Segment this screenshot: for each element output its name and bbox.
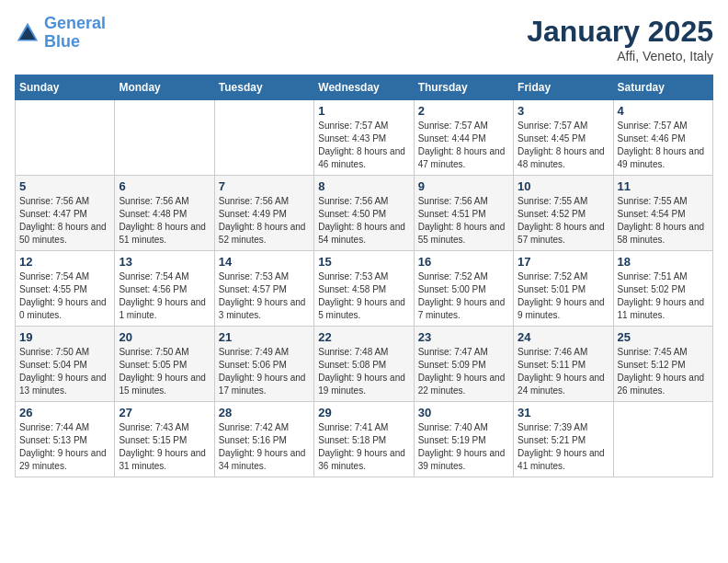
calendar-cell: 2Sunrise: 7:57 AM Sunset: 4:44 PM Daylig… (414, 100, 513, 176)
day-number: 23 (418, 330, 509, 344)
calendar-cell: 1Sunrise: 7:57 AM Sunset: 4:43 PM Daylig… (314, 100, 414, 176)
day-number: 1 (318, 104, 409, 118)
calendar-cell: 9Sunrise: 7:56 AM Sunset: 4:51 PM Daylig… (414, 176, 513, 251)
day-number: 21 (219, 330, 310, 344)
calendar-cell: 20Sunrise: 7:50 AM Sunset: 5:05 PM Dayli… (115, 327, 214, 402)
day-info: Sunrise: 7:57 AM Sunset: 4:45 PM Dayligh… (518, 120, 609, 171)
calendar-cell: 5Sunrise: 7:56 AM Sunset: 4:47 PM Daylig… (16, 176, 115, 251)
day-number: 4 (618, 104, 709, 118)
calendar-cell: 4Sunrise: 7:57 AM Sunset: 4:46 PM Daylig… (613, 100, 712, 176)
day-info: Sunrise: 7:50 AM Sunset: 5:05 PM Dayligh… (119, 346, 210, 397)
day-info: Sunrise: 7:54 AM Sunset: 4:55 PM Dayligh… (19, 270, 110, 322)
day-info: Sunrise: 7:40 AM Sunset: 5:19 PM Dayligh… (418, 421, 509, 473)
calendar-week-row: 12Sunrise: 7:54 AM Sunset: 4:55 PM Dayli… (16, 251, 713, 327)
day-info: Sunrise: 7:56 AM Sunset: 4:47 PM Dayligh… (19, 195, 110, 247)
calendar-cell: 15Sunrise: 7:53 AM Sunset: 4:58 PM Dayli… (314, 251, 414, 327)
weekday-header: Sunday (16, 75, 115, 100)
logo-text: General Blue (44, 15, 106, 52)
month-title: January 2025 (527, 15, 713, 49)
calendar-cell: 3Sunrise: 7:57 AM Sunset: 4:45 PM Daylig… (514, 100, 613, 176)
calendar-cell: 12Sunrise: 7:54 AM Sunset: 4:55 PM Dayli… (16, 251, 115, 327)
calendar-cell: 21Sunrise: 7:49 AM Sunset: 5:06 PM Dayli… (214, 327, 313, 402)
day-info: Sunrise: 7:46 AM Sunset: 5:11 PM Dayligh… (518, 346, 609, 397)
weekday-header: Thursday (414, 75, 513, 100)
calendar-cell: 18Sunrise: 7:51 AM Sunset: 5:02 PM Dayli… (613, 251, 712, 327)
day-info: Sunrise: 7:50 AM Sunset: 5:04 PM Dayligh… (19, 346, 110, 397)
day-number: 19 (19, 330, 110, 344)
day-info: Sunrise: 7:42 AM Sunset: 5:16 PM Dayligh… (219, 421, 310, 473)
calendar-cell: 28Sunrise: 7:42 AM Sunset: 5:16 PM Dayli… (214, 402, 313, 477)
calendar-cell (115, 100, 214, 176)
day-number: 27 (119, 406, 210, 419)
logo-icon (15, 20, 40, 46)
page-header: General Blue January 2025 Affi, Veneto, … (15, 15, 713, 63)
day-number: 11 (618, 179, 709, 193)
weekday-header: Friday (514, 75, 613, 100)
day-number: 12 (19, 255, 110, 269)
calendar-cell: 8Sunrise: 7:56 AM Sunset: 4:50 PM Daylig… (314, 176, 414, 251)
day-number: 25 (618, 330, 709, 344)
day-number: 5 (19, 179, 110, 193)
day-number: 29 (318, 406, 409, 419)
day-info: Sunrise: 7:53 AM Sunset: 4:58 PM Dayligh… (318, 270, 409, 322)
weekday-header: Tuesday (214, 75, 313, 100)
calendar-cell: 26Sunrise: 7:44 AM Sunset: 5:13 PM Dayli… (16, 402, 115, 477)
day-info: Sunrise: 7:45 AM Sunset: 5:12 PM Dayligh… (618, 346, 709, 397)
day-number: 2 (418, 104, 509, 118)
day-info: Sunrise: 7:52 AM Sunset: 5:01 PM Dayligh… (518, 270, 609, 322)
day-info: Sunrise: 7:56 AM Sunset: 4:48 PM Dayligh… (119, 195, 210, 247)
day-info: Sunrise: 7:53 AM Sunset: 4:57 PM Dayligh… (219, 270, 310, 322)
day-info: Sunrise: 7:43 AM Sunset: 5:15 PM Dayligh… (119, 421, 210, 473)
location-subtitle: Affi, Veneto, Italy (527, 49, 713, 63)
calendar-cell: 16Sunrise: 7:52 AM Sunset: 5:00 PM Dayli… (414, 251, 513, 327)
calendar-week-row: 5Sunrise: 7:56 AM Sunset: 4:47 PM Daylig… (16, 176, 713, 251)
day-number: 26 (19, 406, 110, 419)
calendar-cell: 10Sunrise: 7:55 AM Sunset: 4:52 PM Dayli… (514, 176, 613, 251)
day-number: 8 (318, 179, 409, 193)
day-info: Sunrise: 7:55 AM Sunset: 4:52 PM Dayligh… (518, 195, 609, 247)
day-number: 7 (219, 179, 310, 193)
day-info: Sunrise: 7:56 AM Sunset: 4:51 PM Dayligh… (418, 195, 509, 247)
calendar-week-row: 26Sunrise: 7:44 AM Sunset: 5:13 PM Dayli… (16, 402, 713, 477)
calendar-cell: 6Sunrise: 7:56 AM Sunset: 4:48 PM Daylig… (115, 176, 214, 251)
day-number: 15 (318, 255, 409, 269)
calendar-cell: 19Sunrise: 7:50 AM Sunset: 5:04 PM Dayli… (16, 327, 115, 402)
calendar-cell: 31Sunrise: 7:39 AM Sunset: 5:21 PM Dayli… (514, 402, 613, 477)
title-block: January 2025 Affi, Veneto, Italy (527, 15, 713, 63)
calendar-cell: 22Sunrise: 7:48 AM Sunset: 5:08 PM Dayli… (314, 327, 414, 402)
calendar-cell: 29Sunrise: 7:41 AM Sunset: 5:18 PM Dayli… (314, 402, 414, 477)
calendar-table: SundayMondayTuesdayWednesdayThursdayFrid… (15, 75, 713, 477)
weekday-header: Saturday (613, 75, 712, 100)
calendar-cell: 17Sunrise: 7:52 AM Sunset: 5:01 PM Dayli… (514, 251, 613, 327)
day-info: Sunrise: 7:57 AM Sunset: 4:44 PM Dayligh… (418, 120, 509, 171)
day-number: 24 (518, 330, 609, 344)
day-info: Sunrise: 7:44 AM Sunset: 5:13 PM Dayligh… (19, 421, 110, 473)
calendar-cell (16, 100, 115, 176)
day-number: 6 (119, 179, 210, 193)
calendar-cell: 7Sunrise: 7:56 AM Sunset: 4:49 PM Daylig… (214, 176, 313, 251)
calendar-cell: 14Sunrise: 7:53 AM Sunset: 4:57 PM Dayli… (214, 251, 313, 327)
day-number: 14 (219, 255, 310, 269)
day-info: Sunrise: 7:52 AM Sunset: 5:00 PM Dayligh… (418, 270, 509, 322)
day-info: Sunrise: 7:56 AM Sunset: 4:50 PM Dayligh… (318, 195, 409, 247)
calendar-cell: 30Sunrise: 7:40 AM Sunset: 5:19 PM Dayli… (414, 402, 513, 477)
calendar-cell (613, 402, 712, 477)
calendar-week-row: 19Sunrise: 7:50 AM Sunset: 5:04 PM Dayli… (16, 327, 713, 402)
day-number: 3 (518, 104, 609, 118)
day-number: 22 (318, 330, 409, 344)
weekday-header: Wednesday (314, 75, 414, 100)
calendar-cell: 24Sunrise: 7:46 AM Sunset: 5:11 PM Dayli… (514, 327, 613, 402)
day-info: Sunrise: 7:47 AM Sunset: 5:09 PM Dayligh… (418, 346, 509, 397)
day-info: Sunrise: 7:48 AM Sunset: 5:08 PM Dayligh… (318, 346, 409, 397)
logo: General Blue (15, 15, 106, 52)
calendar-week-row: 1Sunrise: 7:57 AM Sunset: 4:43 PM Daylig… (16, 100, 713, 176)
day-info: Sunrise: 7:54 AM Sunset: 4:56 PM Dayligh… (119, 270, 210, 322)
day-number: 9 (418, 179, 509, 193)
day-number: 18 (618, 255, 709, 269)
weekday-header-row: SundayMondayTuesdayWednesdayThursdayFrid… (16, 75, 713, 100)
day-number: 13 (119, 255, 210, 269)
weekday-header: Monday (115, 75, 214, 100)
day-info: Sunrise: 7:57 AM Sunset: 4:46 PM Dayligh… (618, 120, 709, 171)
day-info: Sunrise: 7:51 AM Sunset: 5:02 PM Dayligh… (618, 270, 709, 322)
day-info: Sunrise: 7:57 AM Sunset: 4:43 PM Dayligh… (318, 120, 409, 171)
